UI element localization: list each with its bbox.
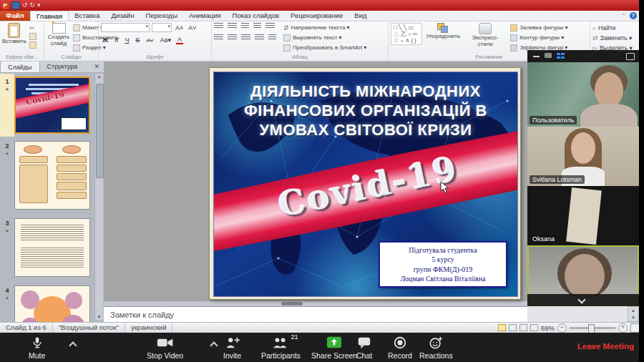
mute-options-caret[interactable] bbox=[70, 341, 76, 347]
columns-icon[interactable] bbox=[268, 34, 276, 41]
minimize-panel-icon[interactable] bbox=[533, 56, 540, 57]
strikethrough-button[interactable]: S bbox=[134, 36, 141, 44]
reading-view-button[interactable] bbox=[519, 324, 527, 331]
shape-outline-button[interactable]: Контур фигуры ▾ bbox=[510, 33, 567, 42]
gallery-view-icon[interactable] bbox=[557, 53, 565, 59]
tab-home[interactable]: Главная bbox=[30, 11, 69, 21]
new-slide-button[interactable]: Создать слайд bbox=[47, 23, 71, 52]
tab-slideshow[interactable]: Показ слайдов bbox=[227, 11, 285, 21]
video-tile-1[interactable]: Пользователь bbox=[527, 62, 639, 127]
speaker-view-icon[interactable] bbox=[626, 53, 635, 60]
tab-outline[interactable]: Структура bbox=[40, 61, 85, 72]
redo-icon[interactable]: ↻ bbox=[30, 0, 36, 11]
align-left-icon[interactable] bbox=[214, 34, 223, 41]
normal-view-button[interactable] bbox=[498, 324, 506, 331]
stop-video-button[interactable]: Stop Video bbox=[147, 336, 183, 360]
collapse-ribbon-icon[interactable]: ⌃ bbox=[621, 13, 626, 19]
shrink-font-button[interactable]: А˅ bbox=[187, 24, 197, 31]
tab-review[interactable]: Рецензирование bbox=[285, 11, 348, 21]
hscroll-thumb[interactable] bbox=[281, 302, 303, 305]
help-icon[interactable]: ? bbox=[630, 12, 637, 19]
scroll-up-icon[interactable]: ▲ bbox=[628, 307, 638, 314]
cut-icon[interactable]: ✂ bbox=[29, 24, 36, 31]
save-icon[interactable] bbox=[11, 1, 20, 9]
slide-notes-area[interactable]: Заметки к слайду bbox=[104, 306, 527, 322]
italic-button[interactable]: К bbox=[113, 36, 119, 44]
quick-styles-button[interactable]: Экспресс-стили bbox=[464, 23, 506, 47]
font-name-combobox[interactable] bbox=[101, 23, 150, 32]
format-painter-icon[interactable] bbox=[29, 41, 36, 49]
slide-thumbnail-3[interactable]: 3 ★ bbox=[0, 218, 94, 280]
undo-icon[interactable]: ↺ bbox=[22, 0, 28, 11]
scroll-up-icon[interactable]: ▲ bbox=[95, 74, 103, 79]
video-view-icon[interactable] bbox=[545, 53, 552, 58]
increase-indent-icon[interactable] bbox=[253, 23, 261, 29]
slides-panel-scrollbar[interactable]: ▲ ▼ bbox=[94, 74, 103, 320]
underline-button[interactable]: Ч bbox=[123, 36, 130, 44]
scrollbar-thumb[interactable] bbox=[96, 84, 104, 178]
scroll-down-icon[interactable]: ▼ bbox=[628, 314, 638, 321]
tab-insert[interactable]: Вставка bbox=[69, 11, 105, 21]
scroll-down-icon[interactable]: ▼ bbox=[95, 315, 103, 319]
slide-title[interactable]: ДІЯЛЬНІСТЬ МІЖНАРОДНИХ ФІНАНСОВИХ ОРГАНІ… bbox=[241, 82, 490, 140]
leave-meeting-button[interactable]: Leave Meeting bbox=[577, 342, 634, 351]
video-tile-2[interactable]: Svitlana Lotsman bbox=[527, 127, 639, 186]
slideshow-view-button[interactable] bbox=[530, 324, 538, 331]
chevron-down-icon[interactable] bbox=[579, 297, 585, 303]
find-button[interactable]: ⌕Найти bbox=[592, 23, 638, 33]
slide-canvas[interactable]: ДІЯЛЬНІСТЬ МІЖНАРОДНИХ ФІНАНСОВИХ ОРГАНІ… bbox=[209, 67, 521, 300]
align-right-icon[interactable] bbox=[241, 34, 250, 41]
slide-editing-area[interactable]: ДІЯЛЬНІСТЬ МІЖНАРОДНИХ ФІНАНСОВИХ ОРГАНІ… bbox=[104, 61, 527, 301]
copy-icon[interactable] bbox=[29, 33, 36, 40]
decrease-indent-icon[interactable] bbox=[241, 23, 249, 29]
tab-slides-thumbnails[interactable]: Слайды bbox=[0, 61, 40, 72]
bullets-icon[interactable] bbox=[214, 23, 223, 29]
invite-button[interactable]: Invite bbox=[223, 336, 241, 360]
justify-icon[interactable] bbox=[255, 34, 264, 41]
slide-thumbnail-2[interactable]: 2 ★ bbox=[0, 141, 94, 212]
record-button[interactable]: Record bbox=[388, 336, 412, 360]
vertical-scrollbar[interactable]: ▲▼ bbox=[628, 306, 639, 322]
mute-button[interactable]: Mute bbox=[29, 336, 45, 360]
tab-animations[interactable]: Анимация bbox=[183, 11, 227, 21]
align-center-icon[interactable] bbox=[228, 34, 237, 41]
align-text-button[interactable]: Выровнять текст ▾ bbox=[283, 33, 366, 42]
shape-fill-button[interactable]: Заливка фигуры ▾ bbox=[510, 23, 567, 32]
zoom-slider-thumb[interactable] bbox=[588, 324, 595, 333]
participants-button[interactable]: 21 Participants bbox=[261, 336, 301, 360]
text-direction-button[interactable]: ⇵Направление текста ▾ bbox=[283, 23, 366, 32]
arrange-button[interactable]: Упорядочить bbox=[426, 23, 461, 39]
replace-button[interactable]: ⇄Заменить ▾ bbox=[592, 33, 638, 43]
close-panel-icon[interactable]: ✕ bbox=[89, 61, 104, 72]
tab-file[interactable]: Файл bbox=[0, 11, 30, 21]
slide-thumbnail-1[interactable]: 1 ★ Covid-19 bbox=[0, 77, 94, 138]
tab-view[interactable]: Вид bbox=[348, 11, 372, 21]
bold-button[interactable]: Ж bbox=[101, 36, 109, 44]
video-options-caret[interactable] bbox=[211, 341, 217, 347]
powerpoint-app-icon[interactable]: P bbox=[1, 1, 9, 9]
shapes-gallery[interactable]: □╲╲▭ △乙○⇨ ☆⌣∧{} bbox=[391, 23, 422, 45]
grow-font-button[interactable]: А˄ bbox=[174, 24, 185, 31]
qat-customize-icon[interactable]: ▾ bbox=[37, 0, 41, 11]
language-indicator[interactable]: украинский bbox=[125, 323, 173, 333]
theme-name[interactable]: "Воздушный поток" bbox=[53, 323, 125, 333]
zoom-out-button[interactable]: − bbox=[557, 323, 567, 333]
paste-button[interactable]: Вставить bbox=[2, 23, 26, 49]
chat-button[interactable]: Chat bbox=[356, 336, 372, 360]
video-tile-3[interactable]: Oksana bbox=[527, 186, 639, 245]
numbering-icon[interactable] bbox=[228, 23, 237, 29]
char-spacing-button[interactable]: AV bbox=[145, 37, 155, 44]
tab-design[interactable]: Дизайн bbox=[105, 11, 140, 21]
font-size-combobox[interactable] bbox=[152, 23, 172, 32]
zoom-slider[interactable] bbox=[570, 327, 615, 329]
zoom-in-button[interactable]: + bbox=[618, 323, 628, 333]
line-spacing-icon[interactable] bbox=[265, 23, 275, 29]
tab-transitions[interactable]: Переходы bbox=[140, 11, 183, 21]
share-screen-button[interactable]: Share Screen bbox=[311, 336, 357, 360]
slide-sorter-view-button[interactable] bbox=[509, 324, 517, 331]
author-credit-box[interactable]: Підготувала студентка 5 курсу групи ФКМ(… bbox=[379, 241, 507, 288]
smartart-button[interactable]: Преобразовать в SmartArt ▾ bbox=[283, 43, 366, 52]
font-color-button[interactable]: А bbox=[176, 36, 183, 44]
reactions-button[interactable]: Reactions bbox=[419, 336, 453, 360]
change-case-button[interactable]: Aa▾ bbox=[159, 36, 173, 44]
